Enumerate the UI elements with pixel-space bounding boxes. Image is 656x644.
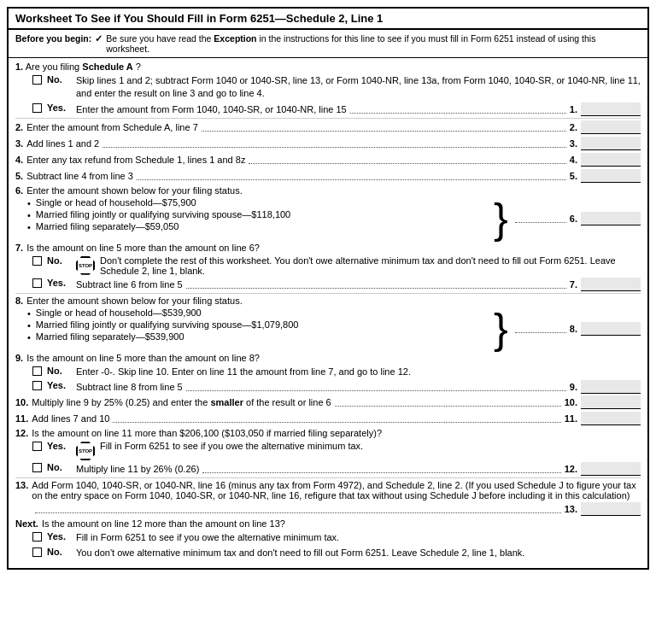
line-7-no-text: Don't complete the rest of this workshee… [100, 255, 641, 276]
line-9-no-label: No. [47, 366, 71, 376]
line-12-yes-label: Yes. [47, 441, 71, 451]
line-1-yes-checkbox[interactable] [32, 103, 42, 113]
line-4-num: 4. [15, 155, 23, 165]
line-6-input[interactable] [581, 212, 641, 225]
line-10-num: 10. [15, 397, 28, 407]
line-3-input[interactable] [581, 137, 641, 150]
line-2-label: 2. [570, 122, 577, 132]
next-no-checkbox[interactable] [32, 547, 42, 557]
line-7-text: Is the amount on line 5 more than the am… [26, 243, 260, 253]
worksheet-content: 1. Are you filing Schedule A ? No. Skip … [9, 58, 647, 568]
line-7-yes-checkbox[interactable] [32, 278, 42, 288]
next-no-label: No. [47, 547, 71, 557]
line-12-no-row: No. Multiply line 11 by 26% (0.26) 12. [32, 462, 641, 476]
line-4-input[interactable] [581, 153, 641, 167]
line-3-label: 3. [570, 138, 577, 149]
line-5-label: 5. [570, 171, 577, 181]
line-12-input[interactable] [581, 462, 641, 476]
line-4-label: 4. [570, 155, 577, 165]
line-3-row: 3. Add lines 1 and 2 3. [15, 137, 641, 150]
line-1-yes-row: Yes. Enter the amount from Form 1040, 10… [32, 102, 641, 116]
line-6-label: 6. [570, 214, 577, 224]
line-9-num: 9. [15, 353, 23, 363]
line-13-text: Add Form 1040, 1040-SR, or 1040-NR, line… [32, 480, 636, 501]
line-1-question: 1. Are you filing Schedule A ? [15, 61, 641, 72]
line-1-no-text: Skip lines 1 and 2; subtract Form 1040 o… [76, 74, 641, 101]
line-9-yes-num: 9. [570, 382, 577, 392]
next-yes-row: Yes. Fill in Form 6251 to see if you owe… [32, 531, 641, 544]
line-8-row: 8. Enter the amount shown below for your… [15, 296, 641, 350]
line-1-yes-num: 1. [570, 104, 577, 114]
line-13-row: 13. Add Form 1040, 1040-SR, or 1040-NR, … [15, 480, 641, 516]
line-6-bullet-2: • Married filing jointly or qualifying s… [27, 209, 487, 220]
line-9-no-checkbox[interactable] [32, 366, 42, 376]
before-begin-section: Before you begin: ✓ Be sure you have rea… [9, 30, 647, 58]
line-7-input[interactable] [581, 278, 641, 291]
line-6-bullet-3: • Married filing separately—$59,050 [27, 221, 487, 232]
line-12-yes-checkbox[interactable] [32, 442, 42, 451]
line-9-yes-row: Yes. Subtract line 8 from line 5 9. [32, 380, 641, 394]
line-5-num: 5. [15, 171, 23, 181]
line-2-text: Enter the amount from Schedule A, line 7 [26, 122, 198, 132]
line-3-num: 3. [15, 138, 23, 149]
line-9-no-row: No. Enter -0-. Skip line 10. Enter on li… [32, 366, 641, 378]
checkmark-icon: ✓ [95, 33, 102, 44]
line-5-text: Subtract line 4 from line 3 [26, 171, 133, 181]
line-7-yes-label: Yes. [47, 278, 71, 288]
line-8-num: 8. [15, 296, 23, 306]
line-8-input[interactable] [581, 322, 641, 336]
stop-sign-2: STOP [76, 442, 95, 460]
line-5-input[interactable] [581, 169, 641, 183]
line-7-num: 7. [15, 243, 23, 253]
line-11-num: 11. [15, 413, 28, 424]
line-9-input[interactable] [581, 380, 641, 394]
line-7-no-checkbox[interactable] [32, 256, 42, 266]
line-12-text: Is the amount on line 11 more than $206,… [32, 428, 382, 438]
line-8-bullet-3: • Married filing separately—$539,900 [27, 331, 487, 342]
line-4-row: 4. Enter any tax refund from Schedule 1,… [15, 153, 641, 167]
line-2-input[interactable] [581, 120, 641, 134]
line-8-bullet-2: • Married filing jointly or qualifying s… [27, 319, 487, 331]
before-begin-text: Be sure you have read the Exception in t… [106, 33, 641, 54]
line-6-num: 6. [15, 185, 23, 196]
line-11-input[interactable] [581, 412, 641, 425]
line-13-label: 13. [565, 504, 577, 514]
line-7-yes-num: 7. [570, 279, 577, 290]
line-1-no-label: No. [47, 74, 71, 85]
line-12-label: 12. [565, 464, 577, 474]
before-begin-label: Before you begin: [15, 33, 91, 44]
next-text: Is the amount on line 12 more than the a… [42, 518, 285, 529]
worksheet-title: Worksheet To See if You Should Fill in F… [9, 9, 647, 30]
line-10-input[interactable] [581, 395, 641, 409]
stop-sign-1: STOP [76, 256, 95, 275]
next-row: Next. Is the amount on line 12 more than… [15, 518, 641, 529]
line-5-row: 5. Subtract line 4 from line 3 5. [15, 169, 641, 183]
line-11-row: 11. Add lines 7 and 10 11. [15, 412, 641, 425]
next-yes-label: Yes. [47, 531, 71, 542]
line-9-yes-checkbox[interactable] [32, 381, 42, 390]
line-12-yes-row: Yes. STOP Fill in Form 6251 to see if yo… [32, 441, 641, 460]
line-12-no-checkbox[interactable] [32, 463, 42, 472]
line-1-yes-text: Enter the amount from Form 1040, 1040-SR… [76, 104, 347, 114]
line-9-question: 9. Is the amount on line 5 more than the… [15, 353, 641, 363]
line-7-yes-text: Subtract line 6 from line 5 [76, 279, 183, 290]
line-1-yes-label: Yes. [47, 102, 71, 113]
line-4-text: Enter any tax refund from Schedule 1, li… [26, 155, 245, 165]
line-13-input[interactable] [581, 502, 641, 516]
line-9-yes-label: Yes. [47, 380, 71, 390]
line-1-number: 1. [15, 61, 23, 72]
line-7-no-row: No. STOP Don't complete the rest of this… [32, 255, 641, 276]
line-6-text: Enter the amount shown below for your fi… [26, 185, 243, 196]
line-11-label: 11. [565, 413, 577, 424]
line-10-label: 10. [565, 397, 577, 407]
line-12-no-label: No. [47, 462, 71, 472]
line-9-yes-text: Subtract line 8 from line 5 [76, 382, 183, 392]
line-1-input[interactable] [581, 102, 641, 116]
line-12-num: 12. [15, 428, 28, 438]
line-7-no-label: No. [47, 255, 71, 266]
line-1-no-checkbox[interactable] [32, 75, 42, 85]
next-yes-checkbox[interactable] [32, 532, 42, 542]
line-10-text: Multiply line 9 by 25% (0.25) and enter … [32, 397, 331, 407]
line-8-text: Enter the amount shown below for your fi… [26, 296, 243, 306]
line-9-no-text: Enter -0-. Skip line 10. Enter on line 1… [76, 366, 641, 378]
